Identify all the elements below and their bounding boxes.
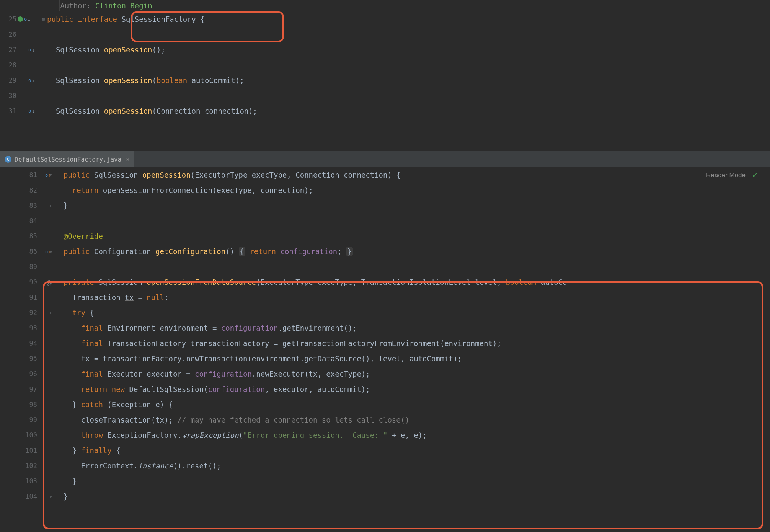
line-number: 91	[29, 294, 37, 301]
line-number: 103	[25, 477, 37, 485]
line-number: 98	[29, 401, 37, 408]
line-number: 99	[29, 416, 37, 424]
code-line-82[interactable]: 82 return openSessionFromConnection(exec…	[0, 183, 770, 198]
line-number: 101	[25, 447, 37, 454]
line-number: 25	[9, 15, 16, 23]
line-number: 82	[29, 186, 37, 194]
code-line-102[interactable]: 102 ErrorContext.instance().reset();	[0, 458, 770, 473]
code-line-89[interactable]: 89	[0, 259, 770, 274]
kw-public: public	[47, 15, 73, 23]
line-number: 90	[29, 278, 37, 286]
code-line-30[interactable]: 30	[0, 88, 770, 103]
code-line-93[interactable]: 93 final Environment environment = confi…	[0, 320, 770, 336]
code-line-95[interactable]: 95 tx = transactionFactory.newTransactio…	[0, 351, 770, 366]
class-name: SqlSessionFactory	[122, 15, 196, 23]
code-line-86[interactable]: 86 o↑ ⊞ public Configuration getConfigur…	[0, 244, 770, 259]
line-number: 96	[29, 370, 37, 378]
file-tab-name: DefaultSqlSessionFactory.java	[15, 156, 121, 163]
annotation-override: @Override	[64, 232, 103, 240]
gutter-25: o↓ 25	[0, 15, 40, 23]
code-line-28[interactable]: 28	[0, 57, 770, 73]
method-opensession: openSession	[104, 46, 152, 54]
tab-bar: C DefaultSqlSessionFactory.java ×	[0, 151, 770, 167]
string-literal: "Error opening session. Cause: "	[243, 431, 388, 439]
line-number: 104	[25, 493, 37, 500]
line-number: 86	[29, 248, 37, 255]
code-line-81[interactable]: 81 o↑ ⊟ public SqlSession openSession(Ex…	[0, 167, 770, 183]
line-number: 27	[9, 46, 16, 54]
reader-mode-toggle[interactable]: Reader Mode ✓	[706, 170, 759, 180]
code-line-97[interactable]: 97 return new DefaultSqlSession(configur…	[0, 382, 770, 397]
checkmark-icon: ✓	[752, 170, 759, 180]
code-line-94[interactable]: 94 final TransactionFactory transactionF…	[0, 336, 770, 351]
method-opensessionfromdatasource: openSessionFromDataSource	[147, 278, 256, 286]
line-number: 93	[29, 324, 37, 332]
author-label: Author:	[60, 2, 91, 10]
code-line-27[interactable]: o↓ 27 SqlSession openSession();	[0, 42, 770, 57]
reader-mode-label: Reader Mode	[706, 171, 746, 179]
at-icon: @	[47, 278, 51, 286]
line-number: 94	[29, 339, 37, 347]
code-line-100[interactable]: 100 throw ExceptionFactory.wrapException…	[0, 428, 770, 443]
fold-toggle[interactable]: ⊟	[48, 310, 55, 315]
close-icon[interactable]: ×	[126, 156, 130, 163]
line-number: 100	[25, 431, 37, 439]
code-line-84[interactable]: 84	[0, 213, 770, 228]
line-number: 83	[29, 202, 37, 209]
code-line-96[interactable]: 96 final Executor executor = configurati…	[0, 366, 770, 382]
line-number: 102	[25, 462, 37, 470]
ret-type: SqlSession	[56, 46, 100, 54]
code-line-26[interactable]: 26	[0, 27, 770, 42]
code-line-101[interactable]: 101 } finally {	[0, 443, 770, 458]
author-name: Clinton Begin	[95, 2, 152, 10]
method-getconfiguration: getConfiguration	[155, 247, 225, 256]
code-line-31[interactable]: o↓ 31 SqlSession openSession(Connection …	[0, 103, 770, 119]
comment: // may have fetched a connection so lets…	[177, 416, 409, 424]
code-line-98[interactable]: 98 } catch (Exception e) {	[0, 397, 770, 412]
kw-interface: interface	[78, 15, 117, 23]
code-line-91[interactable]: 91 Transaction tx = null;	[0, 290, 770, 305]
line-number: 29	[9, 77, 16, 84]
line-number: 89	[29, 263, 37, 271]
code-line-author: Author: Clinton Begin	[0, 0, 770, 11]
code-line-92[interactable]: 92 ⊟ try {	[0, 305, 770, 320]
code-line-29[interactable]: o↓ 29 SqlSession openSession(boolean aut…	[0, 73, 770, 88]
code-line-90[interactable]: 90 @ ⊟ private SqlSession openSessionFro…	[0, 274, 770, 290]
line-number: 30	[9, 92, 16, 100]
fold-col[interactable]: ⊟	[40, 17, 47, 22]
line-number: 81	[29, 171, 37, 179]
line-number: 31	[9, 107, 16, 115]
line-number: 95	[29, 355, 37, 362]
code-line-85[interactable]: 85 @Override	[0, 228, 770, 244]
line-number: 84	[29, 217, 37, 225]
line-number: 97	[29, 385, 37, 393]
line-number: 85	[29, 232, 37, 240]
code-line-83[interactable]: 83 ⊟ }	[0, 198, 770, 213]
method-opensession: openSession	[142, 171, 191, 179]
bottom-editor-pane: C DefaultSqlSessionFactory.java × Reader…	[0, 151, 770, 532]
code-line-104[interactable]: 104 ⊟ }	[0, 489, 770, 504]
file-tab-defaultsqlsessionfactory[interactable]: C DefaultSqlSessionFactory.java ×	[0, 151, 134, 167]
code-line-99[interactable]: 99 closeTransaction(tx); // may have fet…	[0, 412, 770, 428]
line-number: 92	[29, 309, 37, 317]
line-number: 26	[9, 31, 16, 38]
class-icon: C	[5, 156, 11, 163]
top-editor-pane: Author: Clinton Begin o↓ 25 ⊟ public int…	[0, 0, 770, 151]
code-line-25[interactable]: o↓ 25 ⊟ public interface SqlSessionFacto…	[0, 11, 770, 27]
line-number: 28	[9, 61, 16, 69]
code-line-103[interactable]: 103 }	[0, 473, 770, 489]
